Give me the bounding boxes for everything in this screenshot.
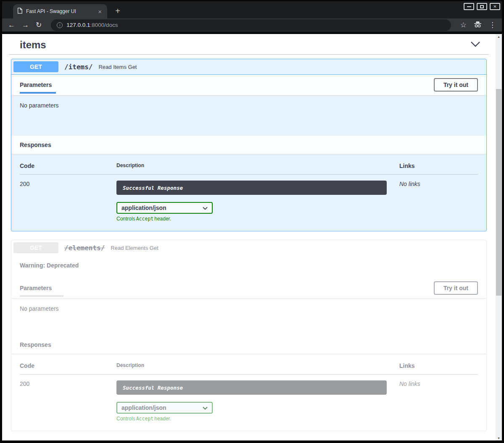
responses-header: Responses [11, 336, 486, 354]
responses-title: Responses [20, 142, 51, 148]
close-button[interactable]: ✕ [490, 3, 500, 10]
back-icon[interactable]: ← [8, 21, 15, 29]
close-icon: ✕ [493, 4, 496, 9]
response-code: 200 [20, 175, 116, 222]
responses-table: Code Description Links 200 Successful Re… [11, 154, 486, 231]
response-description-cell: Successful Response application/json Con… [116, 375, 399, 422]
tab-title: Fast API - Swagger UI [26, 8, 93, 14]
no-links-text: No links [399, 175, 478, 222]
responses-header: Responses [11, 136, 486, 154]
url-host: 127.0.0.1 [66, 22, 90, 28]
deprecated-warning: Warning: Deprecated [11, 255, 486, 278]
page-scrollbar[interactable]: ▲ ▼ [496, 34, 502, 440]
opblock-summary[interactable]: GET /elements/ Read Elements Get [11, 240, 486, 255]
response-description: Successful Response [116, 380, 387, 395]
active-tab-underline [20, 92, 56, 94]
tab-parameters[interactable]: Parameters [20, 81, 52, 88]
maximize-icon [480, 5, 484, 8]
scroll-up-icon[interactable]: ▲ [496, 34, 502, 39]
parameters-header: Parameters Try it out [11, 75, 486, 95]
response-row: 200 Successful Response application/json… [20, 175, 478, 222]
browser-menu-icon[interactable]: ⋮ [489, 21, 496, 29]
media-type-value: application/json [121, 204, 166, 211]
try-it-out-button[interactable]: Try it out [434, 281, 478, 295]
select-chevron-down-icon [203, 404, 208, 411]
column-header-code: Code [20, 362, 116, 374]
try-it-out-button[interactable]: Try it out [434, 78, 478, 92]
responses-table: Code Description Links 200 Successful Re… [11, 354, 486, 431]
tag-section-header[interactable]: items [8, 37, 490, 54]
response-code: 200 [20, 375, 116, 422]
reload-icon[interactable]: ↻ [36, 21, 42, 29]
tab-close-icon[interactable]: × [97, 8, 103, 15]
no-parameters-text: No parameters [11, 95, 486, 136]
response-description-cell: Successful Response application/json Con… [116, 175, 399, 222]
page: items GET /items/ Read Items Get Paramet… [2, 34, 502, 440]
opblock-get-elements-deprecated: GET /elements/ Read Elements Get Warning… [11, 240, 487, 431]
forward-icon[interactable]: → [22, 21, 29, 29]
scroll-down-icon[interactable]: ▼ [496, 435, 502, 440]
scrollbar-thumb[interactable] [496, 89, 501, 296]
bookmark-star-icon[interactable]: ☆ [460, 21, 467, 29]
operation-summary-text: Read Elements Get [111, 245, 158, 251]
responses-title: Responses [20, 341, 51, 348]
favicon-document-icon [17, 8, 23, 16]
tag-divider [9, 54, 489, 55]
column-header-code: Code [20, 163, 116, 174]
site-info-icon[interactable]: i [57, 22, 63, 28]
column-header-links: Links [399, 163, 478, 174]
media-type-select[interactable]: application/json [116, 202, 213, 214]
tab-strip: Fast API - Swagger UI × + ✕ [2, 1, 502, 18]
method-badge: GET [13, 61, 58, 72]
tag-title: items [20, 39, 46, 51]
tab-parameters[interactable]: Parameters [20, 285, 52, 291]
method-badge: GET [13, 242, 58, 253]
maximize-button[interactable] [477, 3, 487, 10]
url-path: :8000/docs [90, 22, 118, 28]
media-type-select[interactable]: application/json [116, 402, 213, 414]
column-header-description: Description [116, 362, 399, 374]
browser-window: Fast API - Swagger UI × + ✕ ← → ↻ i 127.… [0, 0, 504, 443]
accept-header-note: ControlsAcceptheader. [116, 416, 399, 422]
minimize-button[interactable] [464, 3, 474, 10]
opblock-summary[interactable]: GET /items/ Read Items Get [11, 59, 486, 75]
address-bar[interactable]: i 127.0.0.1:8000/docs [51, 19, 451, 31]
window-controls: ✕ [464, 3, 500, 10]
column-header-links: Links [399, 362, 478, 374]
minimize-icon [467, 6, 471, 7]
operation-summary-text: Read Items Get [98, 64, 137, 70]
parameters-header: Parameters Try it out [11, 278, 486, 299]
chevron-down-icon[interactable] [470, 41, 480, 49]
column-header-description: Description [116, 163, 399, 174]
operation-path: /items/ [64, 63, 92, 71]
no-parameters-text: No parameters [11, 299, 486, 336]
opblock-get-items: GET /items/ Read Items Get Parameters Tr… [11, 59, 487, 231]
response-row: 200 Successful Response application/json… [20, 375, 478, 422]
new-tab-button[interactable]: + [112, 5, 123, 16]
accept-header-note: ControlsAcceptheader. [116, 216, 399, 222]
operation-path: /elements/ [64, 244, 105, 252]
swagger-content: items GET /items/ Read Items Get Paramet… [2, 34, 496, 440]
browser-toolbar: ← → ↻ i 127.0.0.1:8000/docs ☆ ⋮ [2, 18, 502, 33]
browser-tab[interactable]: Fast API - Swagger UI × [13, 4, 107, 18]
no-links-text: No links [399, 375, 478, 422]
select-chevron-down-icon [203, 204, 208, 211]
inactive-tab-underline [20, 295, 63, 297]
media-type-value: application/json [121, 404, 166, 411]
url-text[interactable]: 127.0.0.1:8000/docs [66, 22, 118, 28]
incognito-icon [473, 21, 482, 29]
response-description: Successful Response [116, 181, 387, 195]
